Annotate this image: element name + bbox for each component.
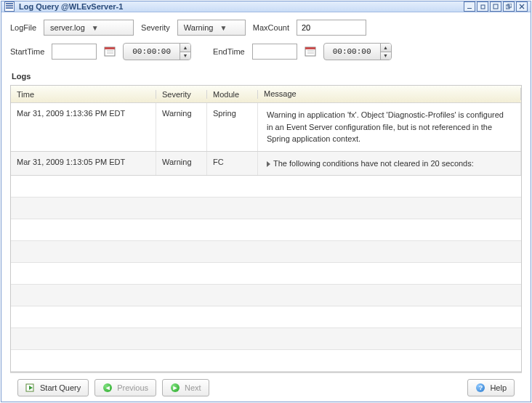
logfile-value: server.log — [50, 23, 85, 32]
svg-rect-8 — [105, 47, 115, 49]
spinner-down-icon[interactable]: ▼ — [180, 52, 190, 60]
help-icon: ? — [475, 383, 485, 393]
footer-toolbar: Start Query ◄ Previous ► Next ? Help — [10, 373, 522, 402]
logs-table: Time Severity Module Message Mar 31, 200… — [10, 85, 522, 373]
endtime-input[interactable] — [252, 44, 297, 60]
starttime-label: StartTime — [10, 47, 44, 56]
empty-row — [11, 198, 521, 219]
empty-row — [11, 263, 521, 285]
spinner-up-icon[interactable]: ▲ — [180, 44, 190, 52]
svg-rect-1 — [481, 5, 485, 9]
severity-select[interactable]: Warning ▼ — [177, 20, 246, 36]
logs-section-title: Logs — [12, 72, 522, 81]
chevron-down-icon: ▼ — [217, 24, 229, 32]
help-button[interactable]: ? Help — [467, 379, 515, 396]
previous-label: Previous — [117, 383, 148, 392]
close-button[interactable] — [516, 1, 528, 12]
cell-message-text: The following conditions have not cleare… — [273, 159, 474, 168]
logfile-label: LogFile — [10, 23, 36, 32]
next-button[interactable]: ► Next — [162, 379, 209, 396]
spinner-buttons: ▲ ▼ — [180, 44, 190, 60]
empty-row — [11, 328, 521, 350]
chevron-down-icon: ▼ — [89, 24, 101, 32]
cell-severity: Warning — [156, 152, 207, 176]
form-row-1: LogFile server.log ▼ Severity Warning ▼ … — [10, 20, 522, 36]
next-label: Next — [185, 383, 201, 392]
calendar-icon[interactable] — [104, 46, 116, 57]
table-row[interactable]: Mar 31, 2009 1:13:05 PM EDT Warning FC T… — [11, 152, 521, 176]
logfile-select[interactable]: server.log ▼ — [44, 20, 134, 36]
cell-module: Spring — [207, 103, 258, 151]
titlebar: Log Query @WLEvServer-1 — [1, 1, 531, 12]
severity-value: Warning — [184, 23, 214, 32]
start-query-label: Start Query — [40, 383, 81, 392]
form-row-2: StartTime 00:00:00 ▲ ▼ EndTime 00:00:00 — [10, 43, 522, 60]
previous-icon: ◄ — [102, 383, 113, 393]
svg-rect-0 — [467, 8, 472, 9]
svg-rect-12 — [305, 47, 315, 49]
column-time[interactable]: Time — [11, 90, 156, 99]
endtime-spinner[interactable]: 00:00:00 ▲ ▼ — [323, 43, 392, 60]
content-area: LogFile server.log ▼ Severity Warning ▼ … — [1, 12, 531, 403]
starttime-input[interactable] — [52, 44, 97, 60]
cell-message: The following conditions have not cleare… — [258, 152, 521, 176]
cell-message: Warning in application 'fx'. Object 'Dia… — [258, 103, 521, 151]
cell-module: FC — [207, 152, 258, 176]
empty-row — [11, 176, 521, 198]
table-body: Mar 31, 2009 1:13:36 PM EDT Warning Spri… — [11, 103, 521, 372]
table-row[interactable]: Mar 31, 2009 1:13:36 PM EDT Warning Spri… — [11, 103, 521, 152]
cell-severity: Warning — [156, 103, 207, 151]
cell-time: Mar 31, 2009 1:13:05 PM EDT — [11, 152, 156, 176]
maximize-button[interactable] — [490, 1, 501, 12]
empty-row — [11, 219, 521, 241]
empty-row — [11, 350, 521, 372]
starttime-spinner-value: 00:00:00 — [124, 44, 180, 60]
restore-down-button[interactable] — [477, 1, 488, 12]
calendar-icon[interactable] — [305, 46, 316, 57]
maxcount-input[interactable] — [297, 20, 366, 36]
endtime-spinner-value: 00:00:00 — [324, 44, 380, 60]
severity-label: Severity — [141, 23, 170, 32]
play-icon — [25, 383, 36, 393]
svg-rect-2 — [493, 4, 498, 9]
column-module[interactable]: Module — [207, 90, 258, 99]
starttime-spinner[interactable]: 00:00:00 ▲ ▼ — [123, 43, 191, 60]
empty-row — [11, 285, 521, 306]
empty-row — [11, 306, 521, 328]
window-controls — [464, 1, 528, 12]
previous-button[interactable]: ◄ Previous — [94, 379, 156, 396]
log-query-window: Log Query @WLEvServer-1 LogFile server.l… — [1, 1, 531, 402]
help-label: Help — [490, 383, 507, 392]
column-message[interactable]: Message — [258, 88, 521, 100]
cell-time: Mar 31, 2009 1:13:36 PM EDT — [11, 103, 156, 151]
start-query-button[interactable]: Start Query — [17, 379, 89, 396]
spinner-buttons: ▲ ▼ — [380, 44, 391, 60]
table-header: Time Severity Module Message — [11, 86, 521, 103]
column-severity[interactable]: Severity — [156, 90, 207, 99]
maxcount-label: MaxCount — [253, 23, 289, 32]
next-icon: ► — [170, 383, 180, 393]
document-icon — [4, 1, 15, 12]
externalize-button[interactable] — [503, 1, 515, 12]
expand-icon[interactable] — [267, 161, 270, 167]
empty-row — [11, 241, 521, 263]
minimize-button[interactable] — [464, 1, 475, 12]
window-title: Log Query @WLEvServer-1 — [19, 2, 459, 11]
spinner-down-icon[interactable]: ▼ — [381, 52, 391, 60]
spinner-up-icon[interactable]: ▲ — [381, 44, 391, 52]
endtime-label: EndTime — [213, 47, 245, 56]
